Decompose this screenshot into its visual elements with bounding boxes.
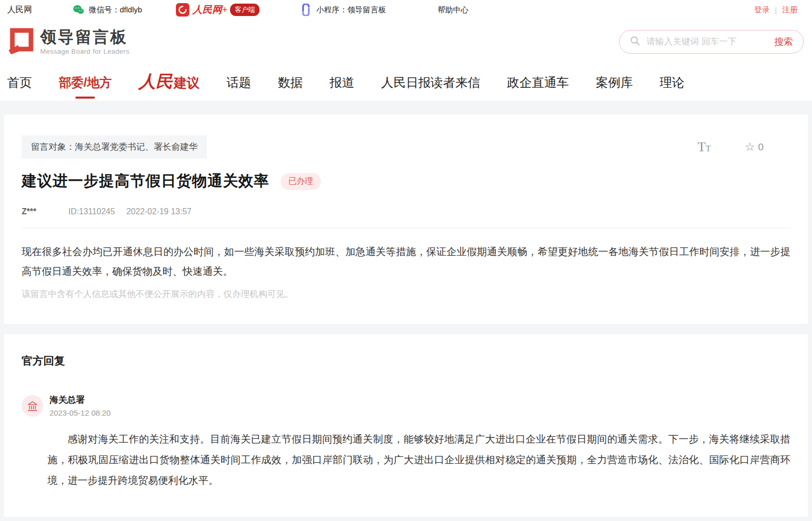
logo-subtitle: Message Board for Leaders: [40, 48, 129, 55]
reply-item: 海关总署 2023-05-12 08:20 感谢对海关工作的关注和支持。目前海关…: [22, 394, 790, 491]
message-id: ID:13110245: [68, 207, 115, 216]
message-target-box: 留言对象：海关总署党委书记、署长俞建华: [22, 135, 207, 159]
site-logo[interactable]: 领导留言板 Message Board for Leaders: [7, 27, 129, 56]
peoples-daily-link[interactable]: 人民网: [7, 5, 32, 15]
message-title-row: 建议进一步提高节假日货物通关效率 已办理: [22, 171, 790, 192]
message-author: Z***: [22, 207, 36, 216]
nav-item-home[interactable]: 首页: [7, 74, 32, 91]
peoples-daily-app-group[interactable]: 人民网+ 客户端: [176, 3, 259, 17]
app-client-badge: 客户端: [230, 4, 259, 16]
message-toprow: 留言对象：海关总署党委书记、署长俞建华 TT ☆ 0: [22, 135, 790, 159]
font-size-icon[interactable]: TT: [697, 139, 711, 155]
meta-divider: [22, 228, 790, 228]
message-card: 留言对象：海关总署党委书记、署长俞建华 TT ☆ 0 建议进一步提高节假日货物通…: [4, 115, 808, 324]
peoples-daily-plus-label: 人民网+: [192, 3, 228, 17]
nav-item-peoples-suggestions[interactable]: 人民 建议: [139, 73, 200, 91]
reply-agency-name: 海关总署: [50, 394, 110, 406]
reply-timestamp: 2023-05-12 08:20: [50, 408, 110, 417]
main-content: 留言对象：海关总署党委书记、署长俞建华 TT ☆ 0 建议进一步提高节假日货物通…: [0, 101, 812, 521]
message-timestamp: 2022-02-19 13:57: [126, 207, 191, 216]
reply-content: 感谢对海关工作的关注和支持。目前海关已建立节假日期间预约通关制度，能够较好地满足…: [47, 429, 790, 491]
official-reply-heading: 官方回复: [22, 354, 790, 368]
message-body: 现在很多社会办均已开通休息日的办公时间，如一些海关采取预约加班、加急通关等措施，…: [22, 242, 790, 281]
font-size-icon-small-glyph: T: [706, 144, 711, 153]
search-button[interactable]: 搜索: [774, 36, 793, 48]
active-tab-underline: [75, 97, 95, 99]
font-size-icon-large-glyph: T: [697, 139, 706, 154]
miniprogram-group[interactable]: 小程序：领导留言板: [300, 4, 386, 16]
privacy-note: 该留言中含有个人信息或其他不便公开展示的内容，仅办理机构可见。: [22, 288, 790, 300]
peoples-daily-plus-icon: [176, 3, 189, 17]
register-link[interactable]: 注册: [782, 5, 798, 15]
peoples-suggestion-suffix-label: 建议: [174, 74, 200, 91]
nav-item-case-library[interactable]: 案例库: [596, 74, 633, 91]
message-tools: TT ☆ 0: [697, 139, 790, 155]
peoples-suggestion-script-label: 人民: [139, 73, 173, 90]
message-meta-row: Z*** ID:13110245 2022-02-19 13:57: [22, 207, 790, 216]
star-icon: ☆: [745, 140, 755, 154]
message-title: 建议进一步提高节假日货物通关效率: [22, 171, 269, 192]
nav-item-ministries-local-label: 部委/地方: [59, 74, 112, 91]
wechat-group: 微信号：dfldlyb: [72, 4, 142, 16]
login-link[interactable]: 登录: [754, 5, 770, 15]
wechat-label: 微信号：dfldlyb: [89, 5, 142, 15]
nav-item-theory[interactable]: 理论: [660, 74, 685, 91]
miniprogram-icon: [300, 4, 312, 16]
auth-links: 登录 | 注册: [754, 5, 798, 15]
status-badge: 已办理: [281, 173, 321, 190]
search-input[interactable]: [646, 37, 774, 47]
search-icon: [630, 36, 640, 48]
top-utility-bar: 人民网 微信号：dfldlyb 人民网+ 客户端 小程序：领导留言板 帮助中心 …: [0, 0, 812, 20]
avatar: [22, 395, 43, 417]
logo-title: 领导留言板: [40, 28, 129, 46]
primary-nav: 首页 部委/地方 人民 建议 话题 数据 报道 人民日报读者来信 政企直通车 案…: [0, 64, 812, 101]
logo-text-block: 领导留言板 Message Board for Leaders: [40, 28, 129, 55]
favorite-control[interactable]: ☆ 0: [745, 140, 764, 154]
site-header: 领导留言板 Message Board for Leaders 搜索: [0, 20, 812, 64]
wechat-icon: [72, 4, 85, 16]
nav-item-ministries-local[interactable]: 部委/地方: [59, 74, 112, 91]
auth-separator: |: [775, 6, 777, 14]
search-box: 搜索: [619, 30, 804, 54]
nav-item-reports[interactable]: 报道: [330, 74, 354, 91]
favorite-count: 0: [758, 141, 764, 153]
nav-item-topics[interactable]: 话题: [226, 74, 251, 91]
reply-header: 海关总署 2023-05-12 08:20: [22, 394, 790, 417]
nav-item-reader-letters[interactable]: 人民日报读者来信: [381, 74, 480, 91]
official-reply-card: 官方回复 海关总署 2023-05-12 08:20: [4, 334, 808, 517]
help-center-link[interactable]: 帮助中心: [437, 5, 468, 15]
message-board-logo-icon: [7, 27, 34, 56]
nav-item-gov-business-express[interactable]: 政企直通车: [507, 74, 569, 91]
nav-item-data[interactable]: 数据: [278, 74, 303, 91]
miniprogram-label: 小程序：领导留言板: [316, 5, 386, 15]
reply-author-block: 海关总署 2023-05-12 08:20: [50, 394, 110, 417]
government-building-icon: [26, 399, 39, 413]
